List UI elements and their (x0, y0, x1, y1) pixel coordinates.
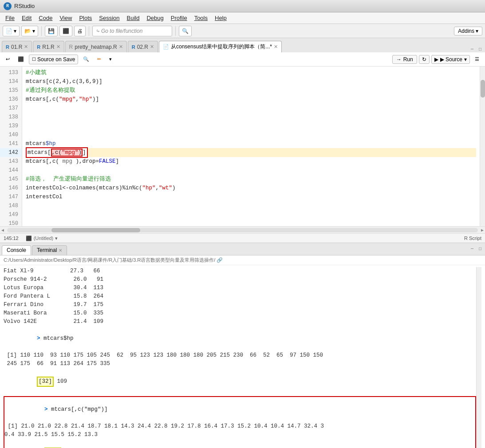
title-bar: R RStudio (0, 0, 485, 12)
maximize-console-icon[interactable]: □ (477, 246, 483, 252)
open-file-button[interactable]: 📂▾ (21, 26, 38, 36)
tab-02r[interactable]: R 02.R ✕ (128, 41, 158, 52)
menu-file[interactable]: File (2, 14, 18, 22)
file-icon: ⬛ (26, 236, 32, 241)
code-line-146: interestCol<-colnames(mtcars)%in%c("hp",… (26, 184, 476, 193)
editor-options-button[interactable]: ☰ (472, 55, 482, 64)
h-scroll-left-arrow[interactable]: ◀ (0, 228, 5, 233)
redo-button[interactable]: ⬛ (15, 55, 27, 64)
maximize-editor-icon[interactable]: □ (477, 46, 483, 52)
save-button[interactable]: 💾 (45, 26, 58, 36)
find-button[interactable]: 🔍 (179, 26, 192, 36)
status-file: ⬛ (Untitled) ▾ (26, 236, 58, 241)
source-on-save-label: Source on Save (37, 56, 75, 63)
r-icon: R (6, 44, 9, 50)
line-num-135: 135 (0, 86, 22, 95)
tab-01r[interactable]: R 01.R ✕ (2, 41, 32, 52)
menu-build[interactable]: Build (123, 14, 143, 22)
console-tab-terminal[interactable]: Terminal ✕ (32, 245, 67, 255)
script-icon: 📄 (163, 44, 169, 50)
h-scroll-thumb[interactable] (51, 228, 140, 232)
save-all-button[interactable]: ⬛ (59, 26, 72, 36)
console-line-hp-32: [32] 109 (4, 368, 476, 395)
editor-vertical-scrollbar[interactable] (480, 67, 485, 226)
console-text-area: Fiat Xl-9 27.3 66 Porsche 914-2 26.0 91 … (4, 267, 476, 448)
r-icon3: R (69, 44, 73, 50)
console-output[interactable]: Fiat Xl-9 27.3 66 Porsche 914-2 26.0 91 … (0, 265, 485, 448)
line-num-142: 142 (0, 148, 22, 157)
cursor-position: 145:12 (4, 236, 19, 241)
run-icon: → (396, 56, 402, 63)
menu-profile[interactable]: Profile (167, 14, 191, 22)
prompt-icon: > (37, 335, 43, 342)
tab-consensus-close[interactable]: ✕ (274, 44, 278, 50)
line-num-133: 133 (0, 68, 22, 77)
h-scroll-track[interactable] (7, 228, 478, 232)
minimize-editor-icon[interactable]: ─ (469, 46, 475, 52)
menu-tools[interactable]: Tools (191, 14, 211, 22)
menu-view[interactable]: View (56, 14, 75, 22)
line-num-148: 148 (0, 201, 22, 210)
path-link-icon[interactable]: 🔗 (217, 257, 223, 263)
tab-consensus[interactable]: 📄 从consensus结果中提取序列的脚本（简...* ✕ (159, 41, 282, 52)
tab-r1r-close[interactable]: ✕ (56, 44, 60, 50)
terminal-tab-close[interactable]: ✕ (59, 248, 62, 253)
console-tab-console[interactable]: Console (2, 245, 31, 255)
editor-tabs: R 01.R ✕ R R1.R ✕ R pretty_heatmap.R ✕ R… (0, 38, 485, 52)
tab-02r-close[interactable]: ✕ (150, 44, 154, 50)
console-line-volvo: Volvo 142E 21.4 109 (4, 318, 476, 326)
menu-debug[interactable]: Debug (143, 14, 167, 22)
source-on-save-button[interactable]: ☐ Source on Save (29, 55, 78, 64)
app-icon: R (4, 2, 12, 10)
menu-code[interactable]: Code (35, 14, 56, 22)
tab-02r-label: 02.R (137, 44, 148, 50)
addins-button[interactable]: Addins ▾ (454, 27, 482, 35)
editor-horizontal-scrollbar[interactable]: ◀ ▶ (0, 226, 485, 233)
code-line-138 (26, 113, 476, 122)
r-icon2: R (37, 44, 40, 50)
rerun-button[interactable]: ↻ (419, 55, 430, 64)
console-line-maserati: Maserati Bora 15.0 335 (4, 309, 476, 318)
console-line-mpg-vals2: 0.4 33.9 21.5 15.5 15.2 13.3 (4, 431, 475, 439)
menu-help[interactable]: Help (211, 14, 230, 22)
code-line-135: #通过列名名称提取 (26, 86, 476, 95)
editor-scrollbar-thumb[interactable] (481, 80, 485, 98)
code-line-137 (26, 104, 476, 113)
edit-dropdown-button[interactable]: ▾ (106, 55, 115, 64)
print-button[interactable]: 🖨 (74, 26, 86, 36)
minimize-console-icon[interactable]: ─ (469, 246, 475, 252)
go-to-input[interactable]: ⤷ Go to file/function (92, 26, 172, 36)
file-dropdown[interactable]: ▾ (55, 236, 58, 241)
edit-button[interactable]: ✏ (94, 55, 104, 64)
line-num-139: 139 (0, 122, 22, 130)
tab-consensus-label: 从consensus结果中提取序列的脚本（简...* (171, 43, 272, 51)
undo-button[interactable]: ↩ (3, 55, 13, 64)
tab-01r-label: 01.R (11, 44, 22, 50)
console-line-mpg-vals1: [1] 21.0 21.0 22.8 21.4 18.7 18.1 14.3 2… (4, 422, 475, 431)
tab-heatmap[interactable]: R pretty_heatmap.R ✕ (65, 41, 127, 52)
console-line-cmd-hp: > mtcars$hp (4, 326, 476, 351)
tab-heatmap-close[interactable]: ✕ (119, 44, 123, 50)
toolbar: 📄▾ 📂▾ 💾 ⬛ 🖨 ⤷ Go to file/function 🔍 Addi… (0, 24, 485, 38)
code-line-143: mtcars[,c( mpg ),drop=FALSE] (26, 157, 476, 166)
source-button[interactable]: ▶ ▶ Source ▾ (431, 55, 470, 64)
h-scroll-right-arrow[interactable]: ▶ (480, 228, 485, 233)
new-file-button[interactable]: 📄▾ (3, 26, 20, 36)
search-button[interactable]: 🔍 (80, 55, 92, 64)
terminal-tab-label: Terminal (37, 247, 57, 253)
code-line-142: mtcars[,c("mpg")] (26, 148, 476, 157)
console-highlighted-block: > mtcars[,c("mpg")] [1] 21.0 21.0 22.8 2… (4, 396, 476, 448)
menu-edit[interactable]: Edit (18, 14, 35, 22)
run-button[interactable]: → Run (392, 55, 417, 64)
tab-r1r[interactable]: R R1.R ✕ (33, 41, 64, 52)
menu-plots[interactable]: Plots (75, 14, 95, 22)
code-content[interactable]: #小建筑 mtcars[c(2,4),c(3,6,9)] #通过列名名称提取 m… (22, 67, 480, 226)
console-vertical-scrollbar[interactable] (476, 267, 481, 448)
code-line-134: mtcars[c(2,4),c(3,6,9)] (26, 77, 476, 86)
source-label: ▶ Source (440, 56, 462, 63)
menu-session[interactable]: Session (95, 14, 123, 22)
line-num-140: 140 (0, 130, 22, 139)
code-line-149 (26, 210, 476, 219)
code-line-140 (26, 130, 476, 139)
tab-01r-close[interactable]: ✕ (24, 44, 28, 50)
